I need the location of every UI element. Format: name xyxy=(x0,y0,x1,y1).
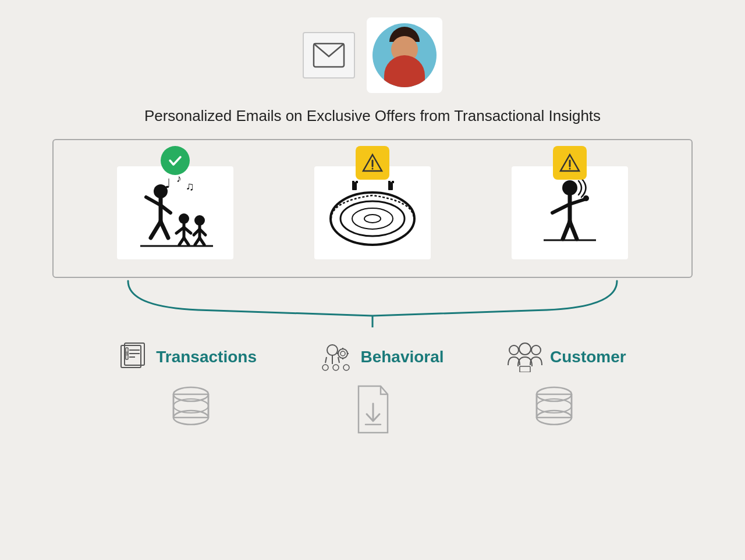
database-icon-2 xyxy=(531,384,577,436)
avatar-circle xyxy=(372,23,437,87)
svg-point-7 xyxy=(179,213,189,224)
card-speaker xyxy=(512,158,628,259)
svg-point-66 xyxy=(333,365,339,370)
warning-badge-2 xyxy=(553,146,587,180)
transactions-icon: $ xyxy=(119,342,149,372)
stadium-icon-box xyxy=(314,166,431,259)
card-music: ♩ ♪ ♫ xyxy=(117,158,233,259)
bottom-icon-db1 xyxy=(168,384,214,436)
customer-icon xyxy=(507,342,543,372)
svg-point-38 xyxy=(569,168,570,170)
svg-line-12 xyxy=(184,238,189,245)
svg-rect-35 xyxy=(392,181,394,183)
bottom-icon-doc xyxy=(352,384,393,436)
music-event-icon: ♩ ♪ ♫ xyxy=(129,175,222,251)
avatar-box xyxy=(367,17,442,93)
warning-badge-1 xyxy=(356,146,389,180)
check-badge xyxy=(161,146,190,175)
warning-triangle-icon-2 xyxy=(559,152,580,173)
svg-point-28 xyxy=(352,208,393,229)
svg-text:♫: ♫ xyxy=(186,180,194,192)
stadium-icon xyxy=(323,175,422,251)
svg-line-56 xyxy=(325,357,327,363)
svg-line-3 xyxy=(146,197,161,205)
svg-text:$: $ xyxy=(126,351,129,356)
svg-rect-34 xyxy=(388,181,391,183)
main-title: Personalized Emails on Exclusive Offers … xyxy=(144,107,601,125)
svg-point-43 xyxy=(583,195,589,201)
svg-point-39 xyxy=(562,180,577,195)
svg-point-69 xyxy=(519,343,531,355)
svg-text:♪: ♪ xyxy=(176,175,182,184)
customer-label-item: Customer xyxy=(507,342,626,372)
svg-text:♩: ♩ xyxy=(165,176,171,191)
svg-point-29 xyxy=(364,215,381,223)
behavioral-label: Behavioral xyxy=(360,348,444,366)
svg-line-41 xyxy=(552,204,570,213)
svg-point-55 xyxy=(327,345,338,355)
svg-point-65 xyxy=(322,365,328,370)
transactions-label-item: $ Transactions xyxy=(119,342,257,372)
svg-rect-33 xyxy=(388,182,393,190)
bottom-icon-db2 xyxy=(531,384,577,436)
brace-svg xyxy=(81,278,664,330)
svg-rect-30 xyxy=(352,182,357,190)
svg-point-27 xyxy=(340,201,405,236)
svg-point-59 xyxy=(338,349,347,358)
svg-rect-71 xyxy=(520,366,530,372)
svg-rect-73 xyxy=(173,394,208,418)
transactions-label: Transactions xyxy=(156,348,257,366)
svg-line-58 xyxy=(338,357,339,363)
data-labels-row: $ Transactions Behavioral xyxy=(52,342,693,372)
svg-point-13 xyxy=(194,215,205,226)
music-icon-box: ♩ ♪ ♫ xyxy=(117,166,233,259)
checkmark-icon xyxy=(167,152,183,169)
svg-point-60 xyxy=(340,351,345,356)
svg-line-42 xyxy=(570,199,584,204)
email-icon xyxy=(313,42,345,68)
email-icon-box xyxy=(303,32,355,79)
top-icons-row xyxy=(303,17,442,93)
svg-line-6 xyxy=(161,222,168,238)
svg-rect-32 xyxy=(356,181,358,183)
warning-triangle-icon-1 xyxy=(362,152,383,173)
customer-label: Customer xyxy=(550,348,626,366)
speaker-icon xyxy=(529,175,611,251)
document-download-icon xyxy=(352,384,393,436)
svg-point-70 xyxy=(531,345,541,355)
svg-rect-31 xyxy=(352,181,354,183)
avatar-body xyxy=(384,55,425,87)
behavioral-icon xyxy=(320,342,353,372)
svg-point-68 xyxy=(509,345,519,355)
behavioral-label-item: Behavioral xyxy=(320,342,444,372)
svg-line-18 xyxy=(200,238,204,245)
svg-line-45 xyxy=(570,222,577,239)
bottom-icons-row xyxy=(52,384,693,436)
svg-rect-81 xyxy=(537,394,572,418)
main-content-box: ♩ ♪ ♫ xyxy=(52,139,693,278)
svg-line-5 xyxy=(151,222,161,238)
brace-connector xyxy=(52,278,693,330)
svg-point-67 xyxy=(343,365,349,370)
speaker-icon-box xyxy=(512,166,628,259)
svg-point-25 xyxy=(371,168,373,170)
database-icon-1 xyxy=(168,384,214,436)
card-stadium xyxy=(314,158,431,259)
